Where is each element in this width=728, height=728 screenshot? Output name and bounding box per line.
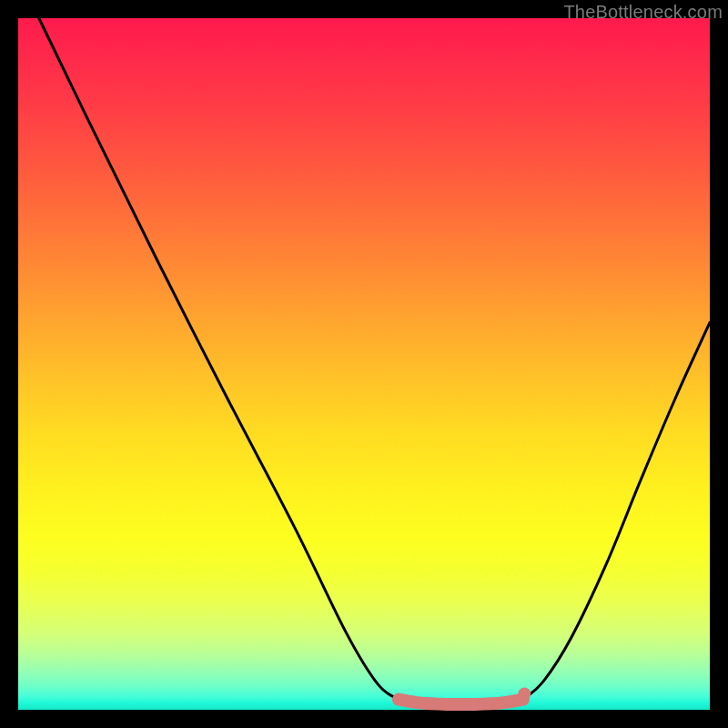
plot-area [18,18,710,710]
right-curve [523,322,710,699]
accent-dot [518,688,531,701]
chart-frame: TheBottleneck.com [0,0,728,728]
bottom-band [399,700,523,705]
left-curve [39,18,399,700]
curve-svg [18,18,710,710]
